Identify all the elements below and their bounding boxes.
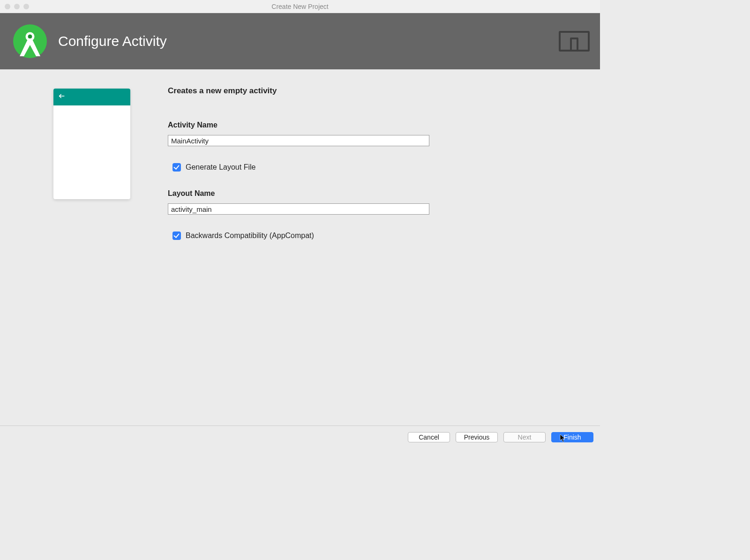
footer: Cancel Previous Next Finish [0, 426, 600, 448]
close-window-button[interactable] [5, 4, 10, 9]
generate-layout-label: Generate Layout File [186, 163, 255, 172]
next-button: Next [503, 432, 546, 442]
titlebar: Create New Project [0, 0, 600, 13]
mouse-cursor-icon [560, 434, 566, 442]
device-form-factor-icon [559, 31, 590, 52]
form-description: Creates a new empty activity [168, 86, 583, 96]
svg-point-1 [28, 35, 32, 38]
backwards-compat-label: Backwards Compatibility (AppCompat) [186, 231, 314, 240]
activity-preview-panel [17, 86, 130, 258]
layout-name-field-group: Layout Name [168, 189, 583, 215]
layout-name-label: Layout Name [168, 189, 583, 198]
form-panel: Creates a new empty activity Activity Na… [168, 86, 583, 258]
activity-name-input[interactable] [168, 135, 429, 146]
content-area: Creates a new empty activity Activity Na… [0, 69, 600, 258]
cancel-button[interactable]: Cancel [408, 432, 450, 442]
backwards-compat-checkbox-row[interactable]: Backwards Compatibility (AppCompat) [172, 231, 583, 240]
finish-button[interactable]: Finish [551, 432, 593, 442]
page-title: Configure Activity [58, 33, 167, 49]
preview-appbar [53, 89, 130, 105]
generate-layout-checkbox-row[interactable]: Generate Layout File [172, 163, 583, 172]
generate-layout-checkbox[interactable] [172, 163, 181, 172]
layout-name-input[interactable] [168, 203, 429, 215]
activity-name-label: Activity Name [168, 121, 583, 129]
back-arrow-icon [58, 92, 66, 102]
previous-button[interactable]: Previous [456, 432, 498, 442]
window-title: Create New Project [0, 3, 600, 10]
backwards-compat-checkbox[interactable] [172, 231, 181, 240]
minimize-window-button[interactable] [14, 4, 20, 9]
header: Configure Activity [0, 13, 600, 69]
window-controls [0, 4, 29, 9]
activity-preview [53, 89, 130, 199]
maximize-window-button[interactable] [23, 4, 29, 9]
android-studio-logo-icon [13, 24, 47, 58]
activity-name-field-group: Activity Name [168, 121, 583, 146]
